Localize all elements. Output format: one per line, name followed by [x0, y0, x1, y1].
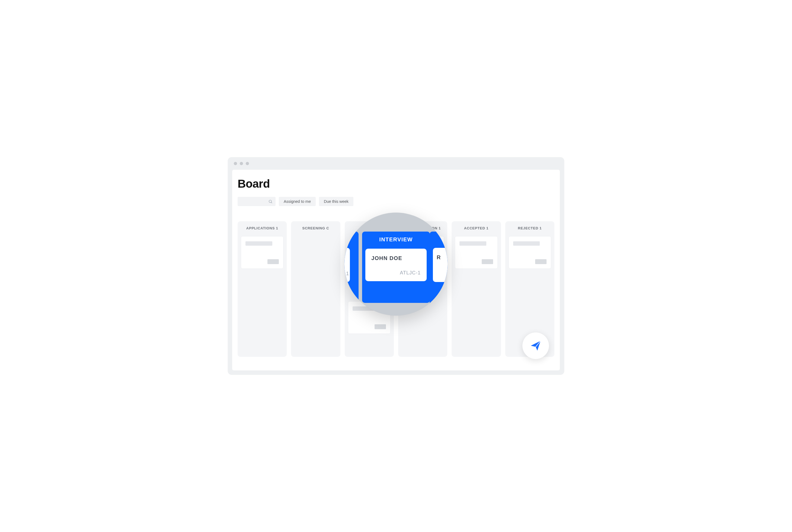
card-title-placeholder [513, 241, 540, 246]
card-id-placeholder [428, 259, 439, 264]
browser-window: Board Assigned to me Due this week APPLI… [228, 157, 564, 375]
page-title: Board [238, 177, 554, 190]
column-title: ACCEPTED 1 [455, 226, 497, 230]
column-screening[interactable]: SCREENING C [291, 221, 340, 357]
card[interactable] [401, 236, 444, 269]
card-id-placeholder [267, 259, 279, 264]
filter-assigned-to-me[interactable]: Assigned to me [279, 197, 316, 206]
column-applications[interactable]: APPLICATIONS 1 [238, 221, 287, 357]
column-on[interactable]: ON 1 [398, 221, 447, 357]
send-fab[interactable] [522, 332, 549, 359]
column-title: SCREENING C [294, 226, 337, 230]
card-title-placeholder [353, 306, 379, 311]
svg-point-0 [269, 200, 271, 202]
filter-row: Assigned to me Due this week [238, 197, 554, 206]
card-title-placeholder [459, 241, 486, 246]
card-id-placeholder [535, 259, 547, 264]
traffic-close-icon[interactable] [234, 162, 237, 165]
card-id-placeholder [375, 324, 386, 329]
search-input[interactable] [238, 197, 276, 206]
card[interactable] [241, 236, 283, 269]
column-accepted[interactable]: ACCEPTED 1 [452, 221, 501, 357]
browser-chrome [228, 157, 564, 170]
filter-due-this-week[interactable]: Due this week [319, 197, 354, 206]
column-title: REJECTED 1 [509, 226, 551, 230]
traffic-maximize-icon[interactable] [246, 162, 249, 165]
traffic-minimize-icon[interactable] [240, 162, 243, 165]
column-title: APPLICATIONS 1 [241, 226, 283, 230]
card[interactable] [455, 236, 497, 269]
svg-line-1 [271, 202, 272, 203]
card[interactable] [348, 301, 391, 334]
card-title-placeholder [406, 241, 433, 246]
column-title: ON 1 [401, 226, 444, 230]
send-icon [529, 339, 542, 352]
search-icon [268, 199, 273, 204]
card[interactable] [509, 236, 551, 269]
card-id-placeholder [482, 259, 493, 264]
kanban-board: APPLICATIONS 1 SCREENING C INTERVIEW [238, 221, 554, 357]
app-viewport: Board Assigned to me Due this week APPLI… [232, 170, 560, 370]
column-interview[interactable]: INTERVIEW [345, 221, 394, 357]
card-title-placeholder [245, 241, 272, 246]
